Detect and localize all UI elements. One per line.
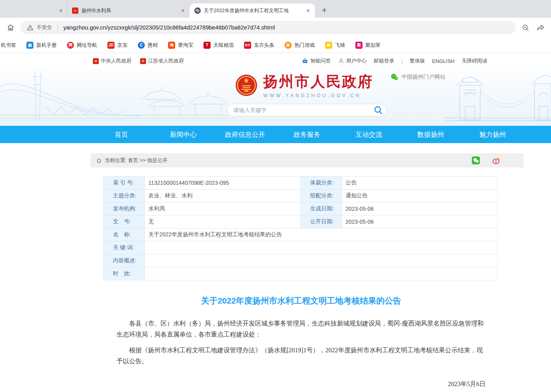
- bookmark-label: 热门游戏: [294, 42, 315, 49]
- nav-item-news[interactable]: 新闻中心: [152, 126, 214, 143]
- nav-item-charm[interactable]: 魅力扬州: [462, 126, 523, 143]
- meta-value: 通知公告: [342, 190, 498, 202]
- share-icon: [536, 24, 545, 32]
- security-badge[interactable]: 不安全: [37, 24, 52, 31]
- national-emblem-logo: [235, 74, 258, 97]
- close-tab-icon[interactable]: ×: [57, 7, 65, 14]
- meta-label: 公开日期:: [301, 215, 342, 228]
- bookmark-new-phone-manual[interactable]: ▤新机手册: [26, 42, 57, 49]
- share-button[interactable]: [535, 22, 545, 33]
- bookmark-hot-games[interactable]: 游热门游戏: [285, 42, 315, 49]
- meta-label: 组配分类:: [301, 190, 342, 202]
- tab-announcement-active[interactable]: 关于2022年度扬州市水利工程文明工地 ×: [190, 4, 315, 18]
- close-tab-icon[interactable]: ×: [305, 7, 312, 14]
- meta-label: 生成日期:: [301, 202, 342, 215]
- bookmark-aitaobao[interactable]: 淘爱淘宝: [168, 42, 193, 49]
- table-row: 文 号: 无 公开日期: 2023-05-06: [104, 215, 498, 228]
- article: 关于2022年度扬州市水利工程文明工地考核结果的公告 各县（市、区）水利（务）局…: [91, 295, 523, 392]
- browser-tab-strip: × ★ 扬州市水利局 × 关于2022年度扬州市水利工程文明工地 × +: [0, 0, 551, 18]
- breadcrumb-label[interactable]: 当前位置: 首页 >> 信息公开: [105, 157, 168, 164]
- nav-item-home[interactable]: 首页: [91, 126, 152, 143]
- table-row: 关 键 词:: [104, 241, 498, 254]
- meta-label: 文 号:: [104, 215, 145, 228]
- search-icon[interactable]: [373, 105, 383, 115]
- link-label: 繁体版: [410, 57, 425, 64]
- search-input[interactable]: [233, 107, 373, 113]
- close-tab-icon[interactable]: ×: [179, 7, 187, 14]
- link-traditional-chinese[interactable]: 繁体版: [410, 57, 425, 64]
- bookmark-phone-bookmarks[interactable]: 机书签: [1, 42, 16, 49]
- tab-title: 扬州市水利局: [81, 7, 176, 14]
- meta-label: 关 键 词:: [104, 241, 145, 254]
- meta-value: 2023-05-06: [342, 215, 498, 228]
- gov-utility-bar: ★ 中央人民政府 ★ 江苏省人民政府 智能问答: [0, 53, 551, 69]
- link-jiangsu-government[interactable]: ★ 江苏省人民政府: [140, 57, 184, 64]
- url-text[interactable]: yangzhou.gov.cn/yzszxxgk/slj/202305/210c…: [63, 24, 275, 31]
- nav-item-gov-info[interactable]: 政府信息公开: [214, 126, 276, 143]
- wechat-share-icon[interactable]: [471, 156, 480, 165]
- address-bar[interactable]: 不安全 yangzhou.gov.cn/yzszxxgk/slj/202305/…: [20, 21, 516, 34]
- tab-yangzhou-water-bureau[interactable]: ★ 扬州市水利局 ×: [67, 4, 190, 18]
- page-content: 当前位置: 首页 >> 信息公开 索 引 号: 1132100001440709…: [91, 143, 523, 392]
- meta-label: 时 效:: [104, 267, 145, 280]
- link-label: 中央人民政府: [101, 57, 131, 64]
- bookmark-label: 天猫精选: [213, 42, 234, 49]
- meta-value: 11321000014407098E-2023-095: [145, 177, 301, 190]
- bookmark-juhuasuan[interactable]: 聚聚划算: [355, 42, 381, 49]
- wechat-icon: [390, 73, 399, 81]
- main-nav: 首页 新闻中心 政府信息公开 政务服务 互动交流 数据扬州 魅力扬州: [0, 126, 551, 143]
- bookmark-label: 飞猪: [335, 42, 345, 49]
- bookmark-jd[interactable]: JD京东: [107, 42, 128, 49]
- nav-item-interaction[interactable]: 互动交流: [338, 126, 400, 143]
- meta-label: 内容概述:: [104, 254, 145, 267]
- new-tab-button[interactable]: +: [319, 5, 330, 16]
- link-label: 智能问答: [311, 57, 331, 64]
- link-smart-qa[interactable]: 智能问答: [301, 57, 331, 64]
- link-english[interactable]: ENGLISH: [432, 58, 455, 64]
- manual-icon: ▤: [26, 42, 33, 49]
- bookmark-site-navigation[interactable]: 网网址导航: [67, 42, 97, 49]
- jd-icon: JD: [107, 42, 115, 49]
- meta-value: 无: [145, 215, 301, 228]
- home-icon[interactable]: [96, 158, 102, 164]
- bookmark-label: 携程: [148, 42, 158, 49]
- nav-item-data[interactable]: 数据扬州: [400, 126, 462, 143]
- home-button[interactable]: [6, 22, 16, 33]
- portal-link[interactable]: 中国扬州门户网站: [390, 73, 446, 81]
- bookmark-eastday[interactable]: 东方东方头条: [244, 42, 274, 49]
- nav-item-services[interactable]: 政务服务: [276, 126, 338, 143]
- bookmark-tmall[interactable]: T天猫精选: [203, 42, 234, 49]
- table-row: 名 称: 关于2022年度扬州市水利工程文明工地考核结果的公告: [104, 228, 498, 241]
- games-icon: 游: [285, 42, 292, 49]
- tmall-icon: T: [203, 42, 211, 49]
- home-icon: [6, 23, 15, 32]
- link-central-government[interactable]: ★ 中央人民政府: [93, 57, 131, 64]
- user-icon: [338, 58, 344, 64]
- link-accessibility[interactable]: 无障碍阅读: [462, 57, 487, 64]
- article-paragraph: 根据《扬州市水利工程文明工地建设管理办法》（扬水规[2019]1号），2022年…: [116, 345, 486, 367]
- warning-triangle-icon: [27, 24, 33, 31]
- document-meta-table: 索 引 号: 11321000014407098E-2023-095 体裁分类:…: [103, 176, 498, 280]
- bookmarks-bar: 机书签 ▤新机手册 网网址导航 JD京东 C携程 淘爱淘宝 T天猫精选 东方东方…: [0, 37, 551, 53]
- bookmark-ctrip[interactable]: C携程: [138, 42, 158, 49]
- table-row: 发布机构: 水利局 生成日期: 2023-05-06: [104, 202, 498, 215]
- breadcrumb: 当前位置: 首页 >> 信息公开: [91, 153, 523, 167]
- link-label: ENGLISH: [432, 58, 455, 64]
- meta-label: 主题分类:: [104, 190, 145, 202]
- zoom-out-button[interactable]: [520, 22, 531, 33]
- divider: |: [401, 58, 403, 64]
- site-search: [227, 104, 387, 116]
- meta-value: 关于2022年度扬州市水利工程文明工地考核结果的公告: [145, 228, 498, 241]
- meta-value: [145, 267, 498, 280]
- site-logo[interactable]: 扬州市人民政府 WWW.YANGZHOU.GOV.CN: [235, 72, 373, 98]
- link-label: 用户中心: [346, 57, 367, 64]
- meta-label: 名 称:: [104, 228, 145, 241]
- national-emblem-favicon: ★: [72, 7, 78, 14]
- weibo-share-icon[interactable]: [492, 156, 501, 165]
- bookmark-fliggy[interactable]: 猪飞猪: [325, 42, 345, 49]
- link-mail-login[interactable]: 邮箱登录: [374, 57, 394, 64]
- meta-value: 公告: [342, 177, 498, 190]
- site-nav-icon: 网: [67, 42, 74, 49]
- link-user-center[interactable]: 用户中心: [338, 57, 367, 64]
- fliggy-pig-icon: 猪: [325, 42, 332, 49]
